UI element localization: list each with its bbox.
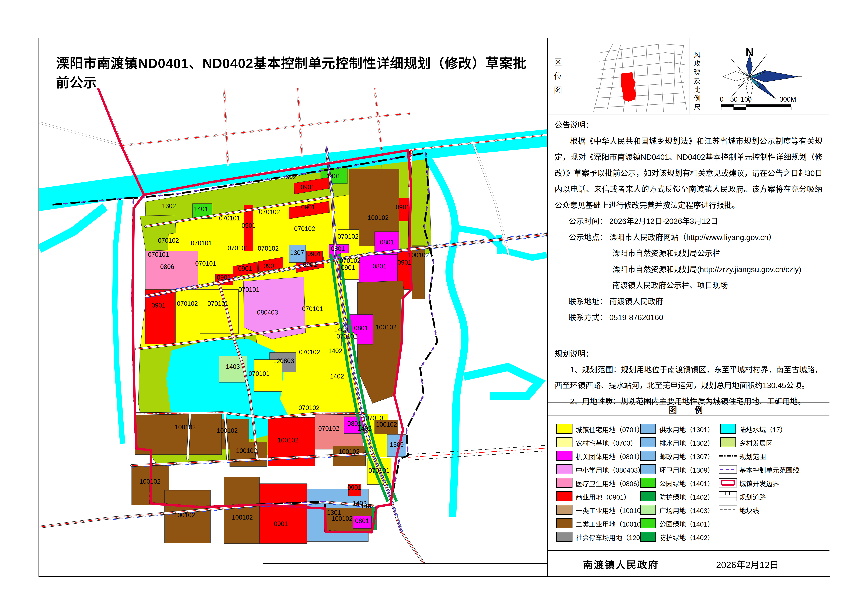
notice-item: 溧阳市自然资源和规划局公示栏 xyxy=(555,245,823,261)
notice-item: 南渡镇人民政府公示栏、项目现场 xyxy=(555,277,823,294)
legend-item: 环卫用地（1309） xyxy=(639,463,723,476)
parcel-label: 070101 xyxy=(249,370,270,377)
legend-item: 公园绿地（1401） xyxy=(639,517,723,530)
notice-block: 公告说明： 根据《中华人民共和国城乡规划法》和江苏省城市规划公示制度等有关规定，… xyxy=(555,117,823,326)
parcel-label: 070101 xyxy=(195,260,216,267)
parcel-label: 100102 xyxy=(375,324,397,331)
parcel-label: 070102 xyxy=(259,208,280,216)
parcel-label: 100102 xyxy=(367,214,389,221)
notice-item: 联系地址： 南渡镇人民政府 xyxy=(555,294,823,309)
parcel-label: 100102 xyxy=(277,437,299,444)
scale-300: 300M xyxy=(780,96,796,103)
notice-items: 公示时间： 2026年2月12日-2026年3月12日公示地点： 溧阳市人民政府… xyxy=(555,213,823,326)
legend-item: 中小学用地（080403） xyxy=(555,463,639,476)
legend-column-3: 陆地水域（17）乡村发展区规划范围基本控制单元范围线城镇开发边界规划道路地块线 xyxy=(719,422,803,517)
legend-swatch xyxy=(640,478,656,488)
parcel-label: 1402 xyxy=(330,373,344,380)
notice-item: 溧阳市自然资源和规划局(http://zrzy.jiangsu.gov.cn/c… xyxy=(555,261,823,278)
legend-swatch xyxy=(556,424,572,434)
legend-item: 规划范围 xyxy=(719,449,803,463)
parcel-label: 070102 xyxy=(299,348,320,356)
legend-item: 地块线 xyxy=(719,503,803,517)
parcel-label: 1302 xyxy=(162,202,176,210)
parcel-label: 0901 xyxy=(152,302,166,309)
scale-0: 0 xyxy=(720,96,723,103)
legend-label: 医疗卫生用地（0806） xyxy=(576,478,644,488)
legend-swatch xyxy=(556,532,572,542)
legend-swatch xyxy=(640,491,656,501)
footer-top-line xyxy=(547,550,829,551)
parcel-label: 120803 xyxy=(273,357,294,364)
parcel-label: 1402 xyxy=(361,502,375,510)
parcel-label: 100102 xyxy=(232,514,253,521)
east-river xyxy=(426,154,465,517)
parcel-label: 0901 xyxy=(217,274,231,281)
legend-item: 商业用地（0901） xyxy=(555,490,639,503)
legend-swatch xyxy=(640,532,656,542)
parcel-label: 0801 xyxy=(355,517,369,524)
parcel-label: 1402 xyxy=(334,326,348,333)
legend-column-1: 城镇住宅用地（0701）农村宅基地（0703）机关团体用地（0801）中小学用地… xyxy=(555,422,639,544)
windrose-petals xyxy=(723,54,798,101)
legend-swatch xyxy=(556,437,572,448)
scale-50: 50 xyxy=(730,96,738,103)
legend-top-line xyxy=(547,403,829,403)
parcel-label: 0901 xyxy=(242,222,256,229)
parcel-label: 070101 xyxy=(191,239,212,247)
legend-item: 基本控制单元范围线 xyxy=(719,463,803,476)
parcel-label: 100102 xyxy=(174,511,195,519)
parcel-label: 0901 xyxy=(274,520,288,527)
parcel-label: 1309 xyxy=(390,441,404,448)
locmap-divider xyxy=(569,38,569,114)
legend-label: 机关团体用地（0801） xyxy=(576,451,644,461)
legend-swatch xyxy=(640,451,656,461)
legend-head-underline xyxy=(547,415,829,415)
parcel-label: 070101 xyxy=(219,215,240,222)
legend-swatch xyxy=(556,478,572,488)
legend-label: 规划道路 xyxy=(739,492,766,502)
plan-note-1: 1、规划范围：规划用地位于南渡镇镇区，东至平城村村界，南至古城路，西至环镇西路、… xyxy=(555,362,823,393)
parcel-label: 070101 xyxy=(208,300,228,307)
parcel-label: 080403 xyxy=(257,309,278,316)
page-title: 溧阳市南渡镇ND0401、ND0402基本控制单元控制性详细规划（修改）草案批前… xyxy=(56,53,539,91)
legend-item: 农村宅基地（0703） xyxy=(555,436,639,449)
legend-swatch xyxy=(556,451,572,461)
legend-symbol-redrect xyxy=(719,477,738,488)
notice-heading: 公告说明： xyxy=(555,117,823,133)
legend-label: 城镇住宅用地（0701） xyxy=(576,424,644,434)
parcel-label: 0901 xyxy=(301,183,315,191)
parcel-label: 1401 xyxy=(327,173,341,180)
parcel-label: 070102 xyxy=(294,225,315,232)
plan-notes-block: 规划说明： 1、规划范围：规划用地位于南渡镇镇区，东至平城村村界，南至古城路，西… xyxy=(555,346,823,409)
west-fork xyxy=(39,207,105,249)
legend-label: 中小学用地（080403） xyxy=(576,465,645,474)
legend-label: 防护绿地（1402） xyxy=(659,492,714,502)
parcel-label: 0901 xyxy=(264,262,277,269)
legend-swatch xyxy=(640,505,656,515)
legend-label: 地块线 xyxy=(739,505,759,515)
parcel-label: 100102 xyxy=(376,421,397,428)
notice-item: 联系方式： 0519-87620160 xyxy=(555,309,823,326)
parcel-label: 070102 xyxy=(158,237,179,244)
parcel-label: 0806 xyxy=(160,263,174,270)
legend-label: 广场用地（1403） xyxy=(659,505,714,515)
parcel-label: 100102 xyxy=(140,478,161,485)
legend-item: 防护绿地（1402） xyxy=(639,490,723,503)
plan-notes-heading: 规划说明： xyxy=(555,346,823,362)
parcel-label: 0801 xyxy=(380,239,394,246)
legend-label: 公园绿地（1401） xyxy=(659,478,714,488)
scale-bar: 0 50 100 300M xyxy=(720,96,796,110)
legend-item: 二类工业用地（100102） xyxy=(555,517,639,530)
legend-item: 一类工业用地（100101） xyxy=(555,503,639,517)
parcel-label: 070102 xyxy=(177,300,198,307)
parcel-label: 070101 xyxy=(228,244,249,252)
legend-item: 社会停车场用地（120803） xyxy=(555,530,639,544)
legend-item: 公园绿地（1401） xyxy=(639,476,723,490)
location-map-inset xyxy=(570,38,688,113)
legend-swatch xyxy=(640,464,656,474)
legend-item: 供水用地（1301） xyxy=(639,422,723,436)
parcel-label: 1302 xyxy=(282,173,296,180)
legend-item: 城镇开发边界 xyxy=(719,476,803,490)
legend-item: 广场用地（1403） xyxy=(639,503,723,517)
legend-item: 邮政用地（1307） xyxy=(639,449,723,463)
